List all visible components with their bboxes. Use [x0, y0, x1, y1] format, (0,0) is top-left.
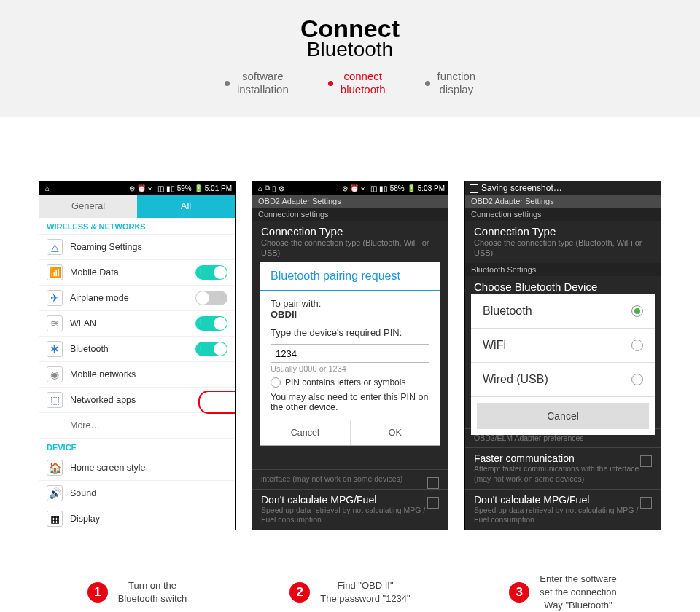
header-title-1: Connect — [0, 16, 700, 41]
cancel-button[interactable]: Cancel — [477, 403, 649, 429]
settings-tabs: General All — [39, 195, 235, 218]
row-mobile-data[interactable]: 📶Mobile DataI — [39, 260, 235, 286]
row-more[interactable]: More… — [39, 413, 235, 439]
connection-type-row[interactable]: Connection Type Choose the connection ty… — [252, 221, 448, 263]
row-mobile-networks[interactable]: ◉Mobile networks — [39, 362, 235, 388]
row-icon: 📶 — [47, 264, 63, 280]
section-wireless: WIRELESS & NETWORKS — [39, 218, 235, 235]
status-bar: ⌂⧉▯⊗ ⊗⏰ᯤ◫▮▯ 58%🔋5:03 PM — [252, 181, 448, 195]
step-badge: 3 — [509, 582, 529, 603]
row-icon: ◉ — [47, 366, 63, 382]
row-label: Roaming Settings — [70, 242, 228, 252]
bluetooth-settings-label: Bluetooth Settings — [465, 263, 661, 276]
row-icon: ✈ — [47, 290, 63, 306]
caption-2: 2Find "OBD II" The password "1234" — [252, 573, 448, 612]
row-icon: △ — [47, 239, 63, 255]
nav-item-connect[interactable]: connect bluetooth — [328, 70, 386, 96]
caption-1: 1Turn on the Bluetooth switch — [39, 573, 236, 612]
connection-type-row[interactable]: Connection Type Choose the connection ty… — [465, 221, 661, 263]
row-label: Home screen style — [70, 463, 228, 473]
phone-3: Saving screenshot… OBD2 Adapter Settings… — [464, 181, 661, 530]
row-label: Sound — [70, 488, 228, 498]
phone-2: ⌂⧉▯⊗ ⊗⏰ᯤ◫▮▯ 58%🔋5:03 PM OBD2 Adapter Set… — [252, 181, 448, 530]
faster-comm-row[interactable]: Faster communicationAttempt faster commu… — [465, 447, 661, 488]
radio-wifi[interactable]: WiFi — [471, 329, 655, 363]
row-label: Display — [70, 514, 228, 524]
saving-screenshot-bar: Saving screenshot… — [465, 181, 661, 195]
radio-icon — [631, 305, 643, 317]
captions-row: 1Turn on the Bluetooth switch 2Find "OBD… — [0, 551, 700, 612]
row-bluetooth[interactable]: ✱BluetoothI — [39, 337, 235, 362]
row-label: Mobile networks — [70, 369, 228, 380]
row-home-screen-style[interactable]: 🏠Home screen style — [39, 455, 235, 481]
pin-input[interactable] — [271, 344, 429, 363]
radio-wired[interactable]: Wired (USB) — [471, 363, 655, 397]
header-nav: software installation connect bluetooth … — [0, 70, 700, 96]
nav-item-function[interactable]: function display — [425, 70, 476, 96]
row-icon: 🏠 — [47, 460, 63, 476]
step-badge: 1 — [88, 582, 108, 603]
connection-settings-label: Connection settings — [252, 208, 448, 221]
radio-icon — [631, 374, 643, 385]
row-icon: ≋ — [47, 315, 63, 332]
mpg-row[interactable]: Don't calculate MPG/FuelSpeed up data re… — [252, 489, 448, 530]
dialog-title: Bluetooth pairing request — [260, 262, 440, 291]
pair-with-label: To pair with: — [271, 298, 429, 309]
obd-header: OBD2 Adapter Settings — [252, 195, 448, 208]
row-roaming-settings[interactable]: △Roaming Settings — [39, 235, 235, 260]
row-label: Networked apps — [70, 395, 228, 405]
tab-general[interactable]: General — [39, 195, 137, 218]
obd-header: OBD2 Adapter Settings — [465, 195, 661, 208]
row-label: Mobile Data — [70, 267, 195, 278]
caption-3: 3Enter the software set the connection W… — [464, 573, 661, 612]
mpg-row[interactable]: Don't calculate MPG/FuelSpeed up data re… — [465, 489, 661, 530]
section-device: DEVICE — [39, 439, 235, 455]
connection-settings-label: Connection settings — [465, 208, 661, 221]
tab-all[interactable]: All — [137, 195, 235, 218]
screenshot-icon — [470, 184, 478, 193]
row-icon: ✱ — [47, 341, 63, 357]
screenshots-row: ⌂ ⊗⏰ᯤ◫▮▯ 59%🔋5:01 PM General All WIRELES… — [0, 117, 700, 551]
status-bar: ⌂ ⊗⏰ᯤ◫▮▯ 59%🔋5:01 PM — [39, 181, 235, 195]
row-networked-apps[interactable]: ⬚Networked apps — [39, 388, 235, 413]
toggle[interactable]: I — [195, 316, 228, 331]
radio-bluetooth[interactable]: Bluetooth — [471, 294, 655, 329]
pairing-dialog: Bluetooth pairing request To pair with: … — [260, 262, 440, 446]
row-label: Bluetooth — [70, 344, 195, 354]
toggle[interactable]: I — [195, 265, 228, 280]
header-title-2: Bluetooth — [0, 39, 700, 60]
row-label: WLAN — [70, 318, 195, 329]
pin-note: You may also need to enter this PIN on t… — [271, 392, 429, 412]
connection-radio-list: Bluetooth WiFi Wired (USB) Cancel — [471, 294, 655, 435]
pin-contains-letters-check[interactable]: PIN contains letters or symbols — [271, 377, 429, 388]
row-label: Airplane mode — [70, 293, 195, 303]
row-airplane-mode[interactable]: ✈Airplane modeI — [39, 286, 235, 311]
nav-item-software[interactable]: software installation — [225, 70, 289, 96]
row-sound[interactable]: 🔊Sound — [39, 481, 235, 506]
toggle[interactable]: I — [195, 291, 228, 305]
radio-icon — [631, 340, 643, 351]
pin-hint: Usually 0000 or 1234 — [271, 364, 429, 373]
toggle[interactable]: I — [195, 342, 228, 356]
row-icon: 🔊 — [47, 485, 63, 501]
pair-device: OBDII — [271, 309, 429, 320]
ok-button[interactable]: OK — [351, 420, 440, 445]
row-display[interactable]: ▦Display — [39, 506, 235, 530]
row-icon: ▦ — [47, 511, 63, 527]
phone-1: ⌂ ⊗⏰ᯤ◫▮▯ 59%🔋5:01 PM General All WIRELES… — [39, 181, 236, 530]
faster-comm-row[interactable]: interface (may not work on some devices) — [252, 469, 448, 489]
row-icon: ⬚ — [47, 392, 63, 408]
header-banner: Connect Bluetooth software installation … — [0, 0, 700, 117]
cancel-button[interactable]: Cancel — [260, 420, 351, 445]
pin-label: Type the device's required PIN: — [271, 327, 429, 338]
step-badge: 2 — [289, 582, 310, 603]
row-wlan[interactable]: ≋WLANI — [39, 311, 235, 337]
